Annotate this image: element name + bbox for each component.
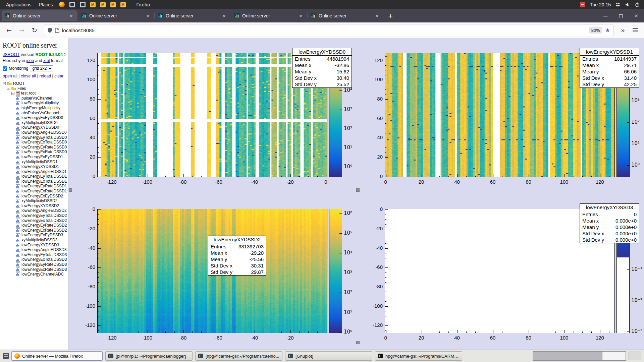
- tree-item[interactable]: lowEnergyEyTotalDSSD2: [2, 213, 66, 218]
- tree-item-label[interactable]: lowEnergyXYDSSD2: [21, 203, 59, 208]
- volume-icon[interactable]: [625, 2, 630, 7]
- files-launcher-icon[interactable]: [69, 2, 75, 7]
- tree-item[interactable]: lowEnergyChannelADC: [2, 272, 66, 277]
- json-link[interactable]: json: [26, 58, 34, 63]
- tree-item-label[interactable]: absPulserVsChannel: [21, 111, 59, 116]
- grid-resize-handle[interactable]: [356, 341, 360, 344]
- tree-item-label[interactable]: lowEnergyExTotalDSSD2: [21, 218, 67, 223]
- clock[interactable]: Tue 20:15: [590, 2, 611, 7]
- task-button[interactable]: [npg@carme-gsi:~/Programs/caenlo...: [195, 351, 282, 361]
- tree-item[interactable]: lowEnergyAngleEDSSD1: [2, 169, 66, 174]
- tree-item-label[interactable]: lowEnergyEyRateDSSD1: [21, 184, 67, 189]
- tree-item[interactable]: lowEnergyXYDSSD3: [2, 243, 66, 248]
- mathematica-launcher-icon[interactable]: M: [90, 2, 96, 7]
- tree-item[interactable]: lowEnergyExEyDSSD3: [2, 233, 66, 238]
- forward-button[interactable]: →: [16, 25, 28, 36]
- tree-item-label[interactable]: lowEnergyAngleEDSSD0: [21, 130, 67, 135]
- tree-item-label[interactable]: ROOT: [13, 81, 25, 86]
- tree-item-label[interactable]: lowEnergyExTotalDSSD3: [21, 257, 67, 262]
- palette-canvas[interactable]: [329, 209, 342, 333]
- tree-item[interactable]: lowEnergyAngleEDSSD3: [2, 247, 66, 252]
- tree-item-label[interactable]: lowEnergyExEyDSSD0: [21, 115, 63, 120]
- sidebar-link-close-all[interactable]: close all: [21, 74, 36, 78]
- tree-item[interactable]: absPulserVsChannel: [2, 111, 66, 116]
- tab-close-icon[interactable]: ×: [145, 13, 151, 19]
- tab-online-server[interactable]: Online server×: [155, 10, 230, 21]
- monitoring-label[interactable]: Monitoring: [9, 66, 28, 71]
- bookmark-star-icon[interactable]: ★: [605, 27, 610, 33]
- tab-online-server[interactable]: Online server×: [2, 10, 77, 21]
- tree-item[interactable]: −Files: [2, 86, 66, 91]
- tree-item[interactable]: lowEnergyExEyDSSD0: [2, 115, 66, 120]
- tree-item-label[interactable]: lowEnergyExEyDSSD3: [21, 233, 63, 238]
- tree-item[interactable]: lowEnergyExRateDSSD3: [2, 267, 66, 272]
- tree-item[interactable]: lowEnergyXYDSSD2: [2, 203, 66, 208]
- task-button[interactable]: npg@carme-gsi:~/Programs/CARME...: [375, 351, 462, 361]
- grid-resize-handle[interactable]: [69, 188, 72, 192]
- menu-hamburger-icon[interactable]: [633, 28, 638, 32]
- tree-item[interactable]: xyMultiplicityDSSD2: [2, 198, 66, 203]
- tab-close-icon[interactable]: ×: [68, 13, 74, 19]
- tree-item[interactable]: lowEnergyExRateDSSD0: [2, 149, 66, 155]
- tree-item[interactable]: lowEnergyEyTotalDSSD0: [2, 135, 66, 140]
- tree-item[interactable]: xyMultiplicityDSSD1: [2, 160, 66, 165]
- tree-item-label[interactable]: lowEnergyExTotalDSSD1: [21, 179, 67, 184]
- sidebar-link-open-all[interactable]: open all: [3, 74, 17, 78]
- tree-item[interactable]: lowEnergyAngleEDSSD2: [2, 208, 66, 213]
- close-button[interactable]: ×: [629, 9, 644, 22]
- tree-item[interactable]: lowEnergyExRateDSSD2: [2, 228, 66, 233]
- tree-item[interactable]: lowEnergyXYDSSD0: [2, 125, 66, 130]
- workspace-cell[interactable]: [602, 352, 626, 360]
- tree-expander-icon[interactable]: −: [7, 87, 10, 90]
- tree-item-label[interactable]: lowEnergyEyTotalDSSD1: [21, 174, 67, 179]
- workspace-cell[interactable]: [579, 352, 602, 360]
- tree-item[interactable]: lowEnergyExTotalDSSD3: [2, 257, 66, 262]
- tree-item[interactable]: −test.root: [2, 91, 66, 96]
- task-button[interactable]: [pi@nnrpi1: ~/Programs/caenlogger]: [105, 351, 193, 361]
- tree-item-label[interactable]: lowEnergyExRateDSSD3: [21, 267, 67, 272]
- tab-close-icon[interactable]: ×: [298, 13, 304, 19]
- tree-item-label[interactable]: lowEnergyEyTotalDSSD2: [21, 213, 67, 218]
- tree-item-label[interactable]: lowEnergyAngleEDSSD1: [21, 169, 67, 174]
- palette-bar[interactable]: [329, 209, 342, 333]
- tree-item-label[interactable]: lowEnergyXYDSSD0: [21, 125, 59, 130]
- task-button[interactable]: Online server — Mozilla Firefox: [11, 351, 103, 361]
- tree-item[interactable]: lowEnergyEyRateDSSD0: [2, 145, 66, 150]
- monitoring-checkbox[interactable]: [3, 66, 7, 71]
- applications-menu[interactable]: Applications: [5, 1, 33, 8]
- tree-item[interactable]: lowEnergyExRateDSSD1: [2, 189, 66, 194]
- tree-item[interactable]: lowEnergyEyRateDSSD3: [2, 262, 66, 267]
- back-button[interactable]: ←: [3, 25, 15, 36]
- tree-item-label[interactable]: xyMultiplicityDSSD0: [21, 120, 57, 125]
- tree-item-label[interactable]: lowEnergyEyRateDSSD0: [21, 145, 67, 150]
- xml-link[interactable]: xml: [43, 58, 50, 63]
- tree-item[interactable]: lowEnergyMultiplicity: [2, 101, 66, 106]
- workspace-cell[interactable]: [533, 352, 556, 360]
- zoom-level-badge[interactable]: 80%: [589, 27, 602, 34]
- tree-item-label[interactable]: lowEnergyChannelADC: [21, 272, 64, 277]
- overflow-chevrons-icon[interactable]: »: [617, 25, 629, 36]
- maximize-button[interactable]: □: [613, 9, 629, 22]
- reload-button[interactable]: ↻: [29, 25, 40, 36]
- places-menu[interactable]: Places: [38, 1, 54, 8]
- grid-select[interactable]: grid 2x2: [30, 65, 53, 71]
- window-list-icon[interactable]: [3, 353, 9, 359]
- tab-online-server[interactable]: Online server×: [78, 10, 154, 21]
- tree-item[interactable]: lowEnergyExEyDSSD2: [2, 194, 66, 199]
- tree-item-label[interactable]: test.root: [21, 91, 36, 96]
- stats-box[interactable]: lowEnergyXYDSSD1Entries18144937Mean x29.…: [580, 48, 639, 88]
- tree-item-label[interactable]: lowEnergyEyTotalDSSD3: [21, 252, 67, 257]
- terminal-launcher-icon[interactable]: [80, 2, 86, 7]
- minimize-button[interactable]: —: [598, 9, 613, 22]
- tree-item-label[interactable]: lowEnergyExRateDSSD2: [21, 228, 67, 233]
- stats-box[interactable]: lowEnergyXYDSSD0Entries44681904Mean x-32…: [292, 48, 352, 88]
- tree-item-label[interactable]: lowEnergyEyRateDSSD3: [21, 262, 67, 267]
- tree-item-label[interactable]: lowEnergyExEyDSSD2: [21, 194, 63, 199]
- tree-item[interactable]: lowEnergyAngleEDSSD0: [2, 130, 66, 135]
- task-button[interactable]: [Gnuplot]: [285, 351, 372, 361]
- tree-item[interactable]: −ROOT: [2, 81, 66, 86]
- stats-box[interactable]: lowEnergyXYDSSD3Entries0Mean x0.000e+0Me…: [580, 203, 639, 243]
- tab-online-server[interactable]: Online server×: [308, 10, 383, 21]
- tree-item[interactable]: lowEnergyEyTotalDSSD1: [2, 174, 66, 179]
- tree-item-label[interactable]: highEnergyMultiplicity: [21, 106, 60, 111]
